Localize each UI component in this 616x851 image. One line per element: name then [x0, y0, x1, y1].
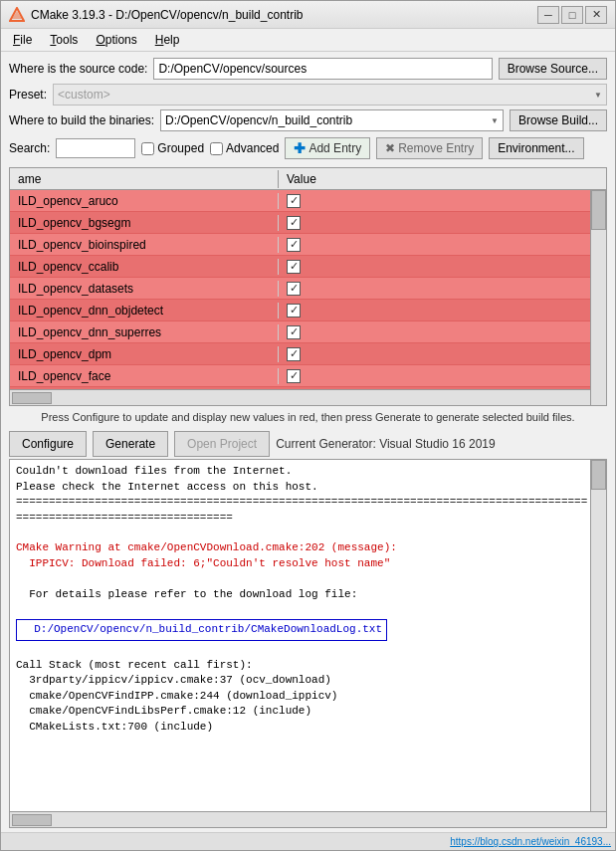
col-name-header: ame	[10, 170, 279, 188]
log-scrollbar-h[interactable]	[10, 811, 606, 827]
preset-combo[interactable]: <custom> ▼	[53, 84, 607, 106]
log-line: cmake/OpenCVFindLibsPerf.cmake:12 (inclu…	[16, 704, 588, 719]
preset-arrow: ▼	[594, 91, 602, 100]
search-label: Search:	[9, 141, 50, 155]
environment-button[interactable]: Environment...	[489, 137, 583, 159]
table-row[interactable]: ILD_opencv_dnn_objdetect	[10, 300, 590, 321]
content-area: Where is the source code: Browse Source.…	[1, 52, 615, 167]
download-log-link[interactable]: D:/OpenCV/opencv/n_build_contrib/CMakeDo…	[16, 619, 387, 640]
value-checkbox[interactable]	[287, 260, 301, 274]
remove-entry-button[interactable]: ✖ Remove Entry	[376, 137, 483, 159]
advanced-checkbox-label[interactable]: Advanced	[210, 141, 279, 155]
add-entry-label: Add Entry	[308, 141, 361, 155]
table-row[interactable]: ILD_opencv_bioinspired	[10, 234, 590, 256]
log-area: Couldn't download files from the Interne…	[9, 459, 607, 828]
build-combo[interactable]: D:/OpenCV/opencv/n_build_contrib ▼	[160, 109, 504, 131]
value-checkbox[interactable]	[287, 369, 301, 383]
table-scrollbar-h-thumb[interactable]	[12, 392, 52, 404]
value-checkbox[interactable]	[287, 216, 301, 230]
row-value	[279, 346, 590, 362]
value-checkbox[interactable]	[287, 282, 301, 296]
search-input[interactable]	[56, 138, 135, 158]
row-name: ILD_opencv_face	[10, 368, 279, 384]
log-line: 3rdparty/ippicv/ippicv.cmake:37 (ocv_dow…	[16, 673, 588, 688]
status-url[interactable]: https://blog.csdn.net/weixin_46193...	[450, 836, 611, 847]
table-row[interactable]: ILD_opencv_ccalib	[10, 256, 590, 278]
main-window: CMake 3.19.3 - D:/OpenCV/opencv/n_build_…	[0, 0, 616, 851]
log-scrollbar-thumb[interactable]	[591, 460, 606, 490]
configure-button[interactable]: Configure	[9, 431, 87, 457]
row-value	[279, 259, 590, 275]
log-line: CMake Warning at cmake/OpenCVDownload.cm…	[16, 540, 588, 555]
table-scrollbar-v[interactable]	[590, 190, 606, 405]
action-row: Configure Generate Open Project Current …	[1, 429, 615, 459]
advanced-checkbox[interactable]	[210, 142, 223, 155]
log-scrollbar-v[interactable]	[590, 460, 606, 811]
preset-label: Preset:	[9, 88, 47, 102]
table-scrollbar-thumb[interactable]	[591, 190, 606, 230]
add-entry-button[interactable]: ✚ Add Entry	[285, 137, 370, 159]
minimize-button[interactable]: ─	[537, 6, 559, 24]
log-content: Couldn't download files from the Interne…	[10, 460, 606, 811]
row-name: ILD_opencv_datasets	[10, 281, 279, 297]
preset-value: <custom>	[58, 88, 110, 102]
log-line	[16, 643, 588, 658]
preset-row: Preset: <custom> ▼	[9, 84, 607, 106]
log-line	[16, 526, 588, 540]
row-name: ILD_opencv_aruco	[10, 193, 279, 209]
log-line	[16, 602, 588, 617]
table-row[interactable]: ILD_opencv_face	[10, 365, 590, 387]
value-checkbox[interactable]	[287, 304, 301, 318]
row-value	[279, 281, 590, 297]
source-input[interactable]	[153, 58, 492, 80]
log-line: For details please refer to the download…	[16, 587, 588, 602]
row-name: ILD_opencv_dnn_objdetect	[10, 303, 279, 319]
generator-text: Current Generator: Visual Studio 16 2019	[276, 437, 496, 451]
browse-source-button[interactable]: Browse Source...	[499, 58, 607, 80]
value-checkbox[interactable]	[287, 347, 301, 361]
log-line-link[interactable]: D:/OpenCV/opencv/n_build_contrib/CMakeDo…	[16, 617, 588, 642]
menu-options[interactable]: Options	[88, 31, 144, 49]
remove-icon: ✖	[385, 141, 395, 155]
row-value	[279, 237, 590, 253]
row-name: ILD_opencv_dpm	[10, 346, 279, 362]
row-name: ILD_opencv_bgsegm	[10, 215, 279, 231]
grouped-checkbox-label[interactable]: Grouped	[141, 141, 204, 155]
menu-file[interactable]: File	[5, 31, 40, 49]
title-bar-buttons: ─ □ ✕	[537, 6, 607, 24]
source-label: Where is the source code:	[9, 62, 147, 76]
menu-help[interactable]: Help	[147, 31, 188, 49]
menu-tools[interactable]: Tools	[42, 31, 86, 49]
hint-text: Press Configure to update and display ne…	[1, 406, 615, 429]
log-scrollbar-h-thumb[interactable]	[12, 814, 52, 826]
table-body: ILD_opencv_aruco ILD_opencv_bgsegm ILD_o…	[10, 190, 606, 389]
build-label: Where to build the binaries:	[9, 113, 154, 127]
log-line: Please check the Internet access on this…	[16, 480, 588, 495]
table-row[interactable]: ILD_opencv_bgsegm	[10, 212, 590, 234]
source-row: Where is the source code: Browse Source.…	[9, 58, 607, 80]
build-arrow: ▼	[491, 116, 499, 125]
open-project-button[interactable]: Open Project	[174, 431, 270, 457]
value-checkbox[interactable]	[287, 238, 301, 252]
value-checkbox[interactable]	[287, 325, 301, 339]
cmake-icon	[9, 7, 25, 23]
value-checkbox[interactable]	[287, 194, 301, 208]
table-row[interactable]: ILD_opencv_dnn_superres	[10, 321, 590, 343]
row-value	[279, 193, 590, 209]
generate-button[interactable]: Generate	[93, 431, 168, 457]
row-value	[279, 215, 590, 231]
menu-bar: File Tools Options Help	[1, 29, 615, 52]
window-title: CMake 3.19.3 - D:/OpenCV/opencv/n_build_…	[31, 8, 304, 22]
browse-build-button[interactable]: Browse Build...	[510, 109, 607, 131]
row-value	[279, 324, 590, 340]
maximize-button[interactable]: □	[561, 6, 583, 24]
grouped-checkbox[interactable]	[141, 142, 154, 155]
table-scrollbar-h[interactable]	[10, 389, 606, 405]
table-row[interactable]: ILD_opencv_aruco	[10, 190, 590, 212]
log-line: ========================================…	[16, 495, 588, 526]
table-row[interactable]: ILD_opencv_dpm	[10, 343, 590, 365]
close-button[interactable]: ✕	[585, 6, 607, 24]
row-name: ILD_opencv_dnn_superres	[10, 324, 279, 340]
table-row[interactable]: ILD_opencv_datasets	[10, 278, 590, 300]
row-name: ILD_opencv_bioinspired	[10, 237, 279, 253]
